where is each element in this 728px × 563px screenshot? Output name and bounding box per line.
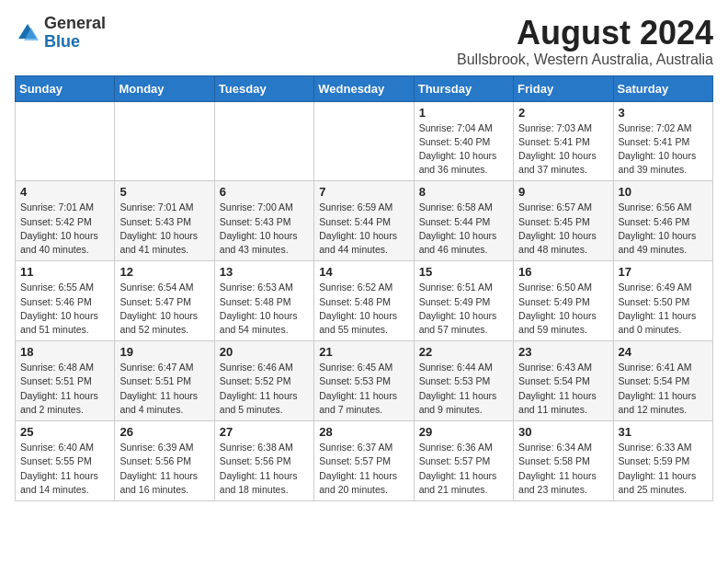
calendar-cell: 10Sunrise: 6:56 AM Sunset: 5:46 PM Dayli… [613,181,712,261]
day-info: Sunrise: 6:50 AM Sunset: 5:49 PM Dayligh… [518,281,608,337]
day-number: 15 [419,265,508,279]
day-number: 29 [419,425,508,439]
header-row: SundayMondayTuesdayWednesdayThursdayFrid… [16,75,713,101]
day-number: 28 [319,425,408,439]
calendar-cell: 4Sunrise: 7:01 AM Sunset: 5:42 PM Daylig… [16,181,115,261]
logo: General Blue [15,15,106,52]
day-number: 18 [20,345,109,359]
day-number: 30 [518,425,608,439]
weekday-header: Tuesday [214,75,313,101]
calendar-week-row: 11Sunrise: 6:55 AM Sunset: 5:46 PM Dayli… [16,261,713,341]
day-number: 23 [518,345,608,359]
day-number: 19 [119,345,209,359]
weekday-header: Sunday [16,75,115,101]
day-number: 25 [20,425,109,439]
day-info: Sunrise: 6:33 AM Sunset: 5:59 PM Dayligh… [619,441,708,497]
calendar-cell: 1Sunrise: 7:04 AM Sunset: 5:40 PM Daylig… [414,101,513,181]
day-info: Sunrise: 6:52 AM Sunset: 5:48 PM Dayligh… [319,281,408,337]
calendar-cell: 9Sunrise: 6:57 AM Sunset: 5:45 PM Daylig… [514,181,613,261]
calendar-cell: 20Sunrise: 6:46 AM Sunset: 5:52 PM Dayli… [214,341,313,421]
calendar-cell: 18Sunrise: 6:48 AM Sunset: 5:51 PM Dayli… [16,341,115,421]
calendar-cell: 13Sunrise: 6:53 AM Sunset: 5:48 PM Dayli… [214,261,313,341]
calendar-cell: 27Sunrise: 6:38 AM Sunset: 5:56 PM Dayli… [214,421,313,501]
day-info: Sunrise: 6:47 AM Sunset: 5:51 PM Dayligh… [119,361,209,417]
weekday-header: Thursday [414,75,513,101]
calendar-cell: 31Sunrise: 6:33 AM Sunset: 5:59 PM Dayli… [613,421,712,501]
day-info: Sunrise: 6:58 AM Sunset: 5:44 PM Dayligh… [419,201,508,257]
day-info: Sunrise: 6:55 AM Sunset: 5:46 PM Dayligh… [20,281,109,337]
calendar-week-row: 25Sunrise: 6:40 AM Sunset: 5:55 PM Dayli… [16,421,713,501]
day-info: Sunrise: 6:43 AM Sunset: 5:54 PM Dayligh… [518,361,608,417]
day-info: Sunrise: 6:51 AM Sunset: 5:49 PM Dayligh… [419,281,508,337]
day-info: Sunrise: 6:39 AM Sunset: 5:56 PM Dayligh… [119,441,209,497]
day-number: 7 [319,185,408,199]
calendar-cell: 23Sunrise: 6:43 AM Sunset: 5:54 PM Dayli… [514,341,613,421]
calendar-title: August 2024 [457,15,713,52]
day-info: Sunrise: 6:59 AM Sunset: 5:44 PM Dayligh… [319,201,408,257]
calendar-cell: 25Sunrise: 6:40 AM Sunset: 5:55 PM Dayli… [16,421,115,501]
day-number: 3 [619,106,708,120]
weekday-header: Monday [115,75,214,101]
day-info: Sunrise: 7:03 AM Sunset: 5:41 PM Dayligh… [518,121,608,178]
day-info: Sunrise: 7:04 AM Sunset: 5:40 PM Dayligh… [419,121,508,178]
page-header: General Blue August 2024 Bullsbrook, Wes… [15,15,713,68]
day-info: Sunrise: 6:46 AM Sunset: 5:52 PM Dayligh… [220,361,309,417]
calendar-table: SundayMondayTuesdayWednesdayThursdayFrid… [15,75,713,501]
day-info: Sunrise: 6:44 AM Sunset: 5:53 PM Dayligh… [419,361,508,417]
calendar-cell: 24Sunrise: 6:41 AM Sunset: 5:54 PM Dayli… [613,341,712,421]
day-info: Sunrise: 6:41 AM Sunset: 5:54 PM Dayligh… [619,361,708,417]
day-number: 12 [119,265,209,279]
calendar-cell: 15Sunrise: 6:51 AM Sunset: 5:49 PM Dayli… [414,261,513,341]
day-number: 10 [619,185,708,199]
day-number: 2 [518,106,608,120]
day-info: Sunrise: 6:48 AM Sunset: 5:51 PM Dayligh… [20,361,109,417]
calendar-cell: 11Sunrise: 6:55 AM Sunset: 5:46 PM Dayli… [16,261,115,341]
weekday-header: Saturday [613,75,712,101]
day-number: 8 [419,185,508,199]
day-number: 27 [220,425,309,439]
day-number: 11 [20,265,109,279]
calendar-cell: 30Sunrise: 6:34 AM Sunset: 5:58 PM Dayli… [514,421,613,501]
calendar-cell: 12Sunrise: 6:54 AM Sunset: 5:47 PM Dayli… [115,261,214,341]
calendar-subtitle: Bullsbrook, Western Australia, Australia [457,52,713,68]
calendar-cell: 16Sunrise: 6:50 AM Sunset: 5:49 PM Dayli… [514,261,613,341]
day-info: Sunrise: 6:53 AM Sunset: 5:48 PM Dayligh… [220,281,309,337]
calendar-week-row: 18Sunrise: 6:48 AM Sunset: 5:51 PM Dayli… [16,341,713,421]
day-number: 13 [220,265,309,279]
calendar-week-row: 4Sunrise: 7:01 AM Sunset: 5:42 PM Daylig… [16,181,713,261]
day-number: 1 [419,106,508,120]
logo-text: General Blue [44,15,106,52]
calendar-cell: 14Sunrise: 6:52 AM Sunset: 5:48 PM Dayli… [314,261,414,341]
day-info: Sunrise: 6:34 AM Sunset: 5:58 PM Dayligh… [518,441,608,497]
day-info: Sunrise: 7:02 AM Sunset: 5:41 PM Dayligh… [619,121,708,178]
day-number: 31 [619,425,708,439]
day-info: Sunrise: 6:45 AM Sunset: 5:53 PM Dayligh… [319,361,408,417]
calendar-cell: 22Sunrise: 6:44 AM Sunset: 5:53 PM Dayli… [414,341,513,421]
calendar-cell [115,101,214,181]
day-info: Sunrise: 6:54 AM Sunset: 5:47 PM Dayligh… [119,281,209,337]
calendar-cell: 26Sunrise: 6:39 AM Sunset: 5:56 PM Dayli… [115,421,214,501]
calendar-cell: 28Sunrise: 6:37 AM Sunset: 5:57 PM Dayli… [314,421,414,501]
calendar-cell [214,101,313,181]
day-number: 22 [419,345,508,359]
day-number: 17 [619,265,708,279]
weekday-header: Wednesday [314,75,414,101]
day-info: Sunrise: 7:00 AM Sunset: 5:43 PM Dayligh… [220,201,309,257]
day-info: Sunrise: 6:36 AM Sunset: 5:57 PM Dayligh… [419,441,508,497]
day-number: 14 [319,265,408,279]
day-number: 4 [20,185,109,199]
day-number: 5 [119,185,209,199]
calendar-cell: 21Sunrise: 6:45 AM Sunset: 5:53 PM Dayli… [314,341,414,421]
day-number: 26 [119,425,209,439]
day-info: Sunrise: 6:56 AM Sunset: 5:46 PM Dayligh… [619,201,708,257]
calendar-cell: 17Sunrise: 6:49 AM Sunset: 5:50 PM Dayli… [613,261,712,341]
calendar-cell [16,101,115,181]
day-info: Sunrise: 6:40 AM Sunset: 5:55 PM Dayligh… [20,441,109,497]
day-number: 16 [518,265,608,279]
calendar-cell: 3Sunrise: 7:02 AM Sunset: 5:41 PM Daylig… [613,101,712,181]
weekday-header: Friday [514,75,613,101]
day-info: Sunrise: 6:38 AM Sunset: 5:56 PM Dayligh… [220,441,309,497]
day-info: Sunrise: 6:37 AM Sunset: 5:57 PM Dayligh… [319,441,408,497]
calendar-cell: 5Sunrise: 7:01 AM Sunset: 5:43 PM Daylig… [115,181,214,261]
calendar-cell: 6Sunrise: 7:00 AM Sunset: 5:43 PM Daylig… [214,181,313,261]
